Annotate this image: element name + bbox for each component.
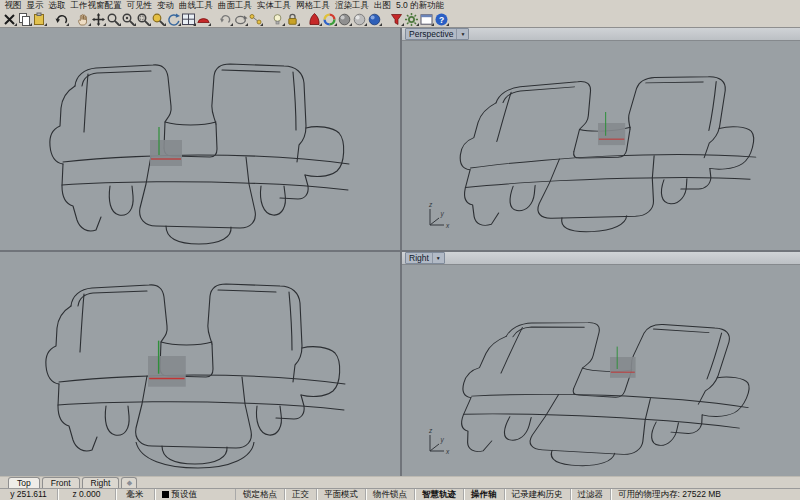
svg-text:?: ? — [439, 14, 444, 24]
viewport-layout-button[interactable] — [181, 11, 196, 27]
wireframe-front-view — [0, 252, 400, 476]
zoom-dynamic-button[interactable] — [121, 11, 136, 27]
menu-item[interactable]: 变动 — [155, 0, 177, 11]
copy-icon — [17, 12, 32, 27]
units-field[interactable]: 毫米 — [115, 489, 154, 500]
shaded-view-button[interactable] — [337, 11, 352, 27]
status-toggle[interactable]: 正交 — [284, 489, 316, 500]
menu-item[interactable]: 5.0 的新功能 — [394, 0, 447, 11]
status-toggle[interactable]: 平面模式 — [316, 489, 365, 500]
undo-icon — [54, 12, 69, 27]
new-viewport-tab-button[interactable]: ◆ — [121, 477, 137, 488]
menu-item[interactable]: 网格工具 — [294, 0, 333, 11]
floating-viewport-icon — [419, 12, 434, 27]
status-toggle[interactable]: 过滤器 — [570, 489, 611, 500]
move-icon — [91, 12, 106, 27]
lock-button[interactable] — [285, 11, 300, 27]
status-toggle[interactable]: 记录建构历史 — [504, 489, 570, 500]
zoom-dynamic-icon — [121, 12, 136, 27]
toolbar-group — [307, 11, 382, 27]
ghosted-view-button[interactable] — [352, 11, 367, 27]
floating-viewport-button[interactable] — [419, 11, 434, 27]
named-views-button[interactable] — [248, 11, 263, 27]
toolbar-group — [76, 11, 211, 27]
toolbar-group: ? — [389, 11, 449, 27]
toolbar-group — [54, 11, 69, 27]
viewport-layout-icon — [181, 12, 196, 27]
pan-button[interactable] — [76, 11, 91, 27]
properties-icon — [389, 12, 404, 27]
undo-view-button[interactable] — [218, 11, 233, 27]
viewport-tab-right[interactable]: Right — [82, 477, 120, 488]
toolbar-group — [2, 11, 47, 27]
zoom-window-button[interactable] — [136, 11, 151, 27]
options-gear-button[interactable] — [404, 11, 419, 27]
menu-item[interactable]: 视图 — [2, 0, 24, 11]
viewport-title-label: Right — [409, 253, 429, 263]
redo-view-button[interactable] — [233, 11, 248, 27]
move-button[interactable] — [91, 11, 106, 27]
properties-button[interactable] — [389, 11, 404, 27]
wireframe-top-view — [0, 28, 400, 250]
toolbar-group — [218, 11, 263, 27]
viewport-titlebar: Right ▼ — [402, 252, 800, 265]
toolbar-group — [270, 11, 300, 27]
menu-item[interactable]: 渲染工具 — [333, 0, 372, 11]
menu-item[interactable]: 工作视窗配置 — [68, 0, 124, 11]
redo-view-icon — [233, 12, 248, 27]
rendered-view-button[interactable] — [367, 11, 382, 27]
status-toggle[interactable]: 物件锁点 — [365, 489, 414, 500]
status-toggle[interactable]: 操作轴 — [463, 489, 504, 500]
shaded-view-icon — [337, 12, 352, 27]
viewport-bottom-left[interactable] — [0, 252, 400, 476]
menu-item[interactable]: 曲线工具 — [177, 0, 216, 11]
viewport-top-left[interactable] — [0, 28, 400, 250]
viewport-perspective[interactable]: Perspective ▼ z x y — [402, 28, 800, 250]
lock-icon — [285, 12, 300, 27]
layer-name: 预设值 — [172, 489, 198, 500]
zoom-extents-button[interactable] — [151, 11, 166, 27]
color-wheel-button[interactable] — [322, 11, 337, 27]
restore-view-icon — [196, 12, 211, 27]
menu-item[interactable]: 显示 — [24, 0, 46, 11]
rotate-view-button[interactable] — [166, 11, 181, 27]
menu-bar: 视图显示选取工作视窗配置可见性变动曲线工具曲面工具实体工具网格工具渲染工具出图5… — [0, 0, 800, 11]
viewport-right[interactable]: Right ▼ z x y — [402, 252, 800, 476]
paste-button[interactable] — [32, 11, 47, 27]
wireframe-perspective-view: z x y — [402, 41, 800, 250]
chevron-down-icon[interactable]: ▼ — [432, 253, 441, 263]
paste-icon — [32, 12, 47, 27]
render-button[interactable] — [307, 11, 322, 27]
current-layer-field[interactable]: 预设值 — [154, 489, 236, 500]
undo-button[interactable] — [54, 11, 69, 27]
delete-button[interactable] — [2, 11, 17, 27]
viewport-title-perspective[interactable]: Perspective ▼ — [405, 28, 469, 40]
viewport-tab-front[interactable]: Front — [42, 477, 80, 488]
copy-button[interactable] — [17, 11, 32, 27]
svg-text:y: y — [440, 436, 445, 444]
menu-item[interactable]: 可见性 — [124, 0, 155, 11]
menu-item[interactable]: 选取 — [46, 0, 68, 11]
menu-item[interactable]: 实体工具 — [255, 0, 294, 11]
zoom-button[interactable] — [106, 11, 121, 27]
status-toggle[interactable]: 智慧轨迹 — [414, 489, 463, 500]
wireframe-right-view: z x y — [402, 265, 800, 476]
coordinate-z: z 0.000 — [57, 489, 115, 500]
delete-icon — [2, 12, 17, 27]
menu-item[interactable]: 曲面工具 — [216, 0, 255, 11]
status-toggles: 锁定格点正交平面模式物件锁点智慧轨迹操作轴记录建构历史过滤器 — [236, 489, 610, 500]
viewport-title-right[interactable]: Right ▼ — [405, 252, 445, 264]
zoom-icon — [106, 12, 121, 27]
chevron-down-icon[interactable]: ▼ — [456, 29, 465, 39]
help-button[interactable]: ? — [434, 11, 449, 27]
viewport-tab-top[interactable]: Top — [8, 477, 40, 488]
help-icon: ? — [434, 12, 449, 27]
show-objects-button[interactable] — [270, 11, 285, 27]
render-icon — [307, 12, 322, 27]
coordinate-y: y 251.611 — [0, 489, 57, 500]
status-toggle[interactable]: 锁定格点 — [236, 489, 284, 500]
named-views-icon — [248, 12, 263, 27]
menu-item[interactable]: 出图 — [372, 0, 394, 11]
svg-text:x: x — [445, 448, 450, 455]
restore-view-button[interactable] — [196, 11, 211, 27]
